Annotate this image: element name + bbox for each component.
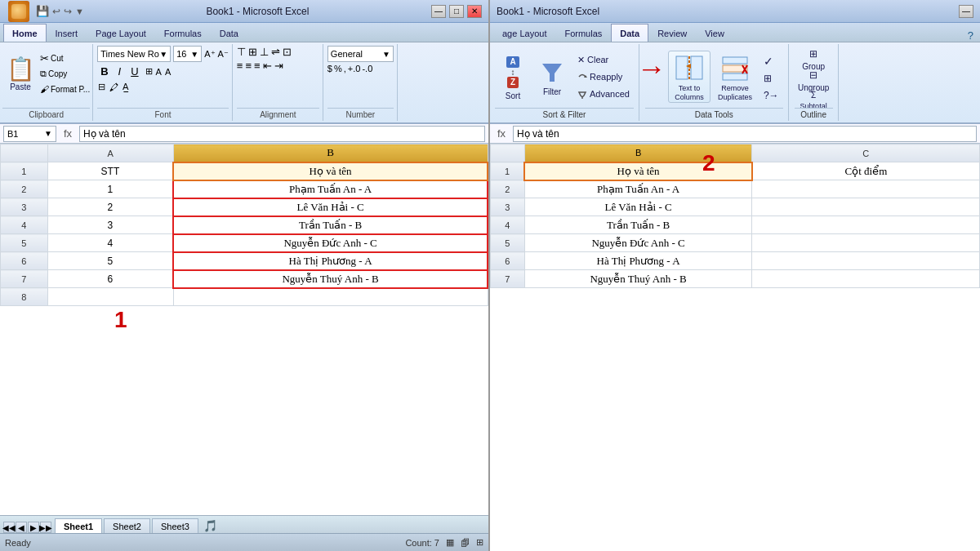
sheet-nav-next[interactable]: ▶ [28,522,39,533]
cut-button[interactable]: ✂Cut [40,51,90,65]
right-cell-c1[interactable]: Cột điểm [752,162,980,180]
cell-a4[interactable]: 3 [47,216,173,234]
percent-btn[interactable]: % [334,64,342,73]
wrap-text-btn[interactable]: ⇌ [271,46,280,58]
sheet-tab-2[interactable]: Sheet2 [104,518,150,533]
bold-button[interactable]: B [97,64,111,79]
col-header-b[interactable]: B [173,144,488,162]
row-header-1[interactable]: 1 [1,162,48,180]
right-row-header-3[interactable]: 3 [491,198,525,216]
right-tab-pagelayout[interactable]: age Layout [493,24,555,42]
cell-a8[interactable] [47,288,173,306]
underline-button[interactable]: U [127,64,141,79]
reapply-btn[interactable]: Reapply [573,69,634,85]
tab-page-layout[interactable]: Page Layout [87,24,155,42]
borders-btn[interactable]: ⊟ [97,81,106,93]
undo-quick-btn[interactable]: ↩ [52,6,60,17]
right-cell-b6[interactable]: Hà Thị Phương - A [524,252,752,270]
tab-home[interactable]: Home [3,24,47,42]
help-btn[interactable]: ? [964,29,977,42]
font-size-dec[interactable]: A⁻ [218,49,229,60]
indent-inc-btn[interactable]: ⇥ [274,60,283,72]
cell-b5[interactable]: Nguyễn Đức Anh - C [173,234,488,252]
font-color-btn2[interactable]: A̲ [122,81,130,93]
currency-btn[interactable]: $ [327,64,332,73]
remove-duplicates-button[interactable]: RemoveDuplicates [714,51,756,103]
highlight-btn[interactable]: 🖍 [109,82,119,93]
right-cell-c7[interactable] [752,270,980,288]
cell-ref-box[interactable]: B1 ▼ [3,126,56,142]
cell-b1[interactable]: Họ và tên [173,162,488,180]
cell-a5[interactable]: 4 [47,234,173,252]
save-quick-btn[interactable]: 💾 [36,5,49,17]
right-minimize-btn[interactable]: — [959,5,973,18]
col-header-a[interactable]: A [47,144,173,162]
maximize-btn[interactable]: □ [449,5,464,18]
right-cell-c6[interactable] [752,252,980,270]
right-col-header-b[interactable]: B [524,144,752,162]
indent-dec-btn[interactable]: ⇤ [263,60,272,72]
right-row-header-5[interactable]: 5 [491,234,525,252]
right-cell-c4[interactable] [752,216,980,234]
cell-a1[interactable]: STT [47,162,173,180]
right-cell-b3[interactable]: Lê Văn Hải - C [524,198,752,216]
right-row-header-7[interactable]: 7 [491,270,525,288]
clear-btn[interactable]: ✕ Clear [573,51,634,68]
italic-button[interactable]: I [115,64,125,79]
right-cell-b4[interactable]: Trần Tuấn - B [524,216,752,234]
row-header-6[interactable]: 6 [1,252,48,270]
right-cell-b1[interactable]: Họ và tên [524,162,752,180]
add-sheet-btn[interactable]: 🎵 [200,518,220,533]
font-name-selector[interactable]: Times New Ro ▼ [97,46,171,62]
redo-quick-btn[interactable]: ↪ [64,6,72,17]
sheet-nav-last[interactable]: ▶▶ [40,522,51,533]
font-size-inc[interactable]: A⁺ [204,49,215,60]
right-tab-formulas[interactable]: Formulas [555,24,611,42]
advanced-btn[interactable]: Advanced [573,86,634,102]
cell-a2[interactable]: 1 [47,180,173,198]
row-header-3[interactable]: 3 [1,198,48,216]
right-row-header-2[interactable]: 2 [491,180,525,198]
right-cell-b2[interactable]: Phạm Tuấn An - A [524,180,752,198]
row-header-2[interactable]: 2 [1,180,48,198]
right-tab-review[interactable]: Review [648,24,696,42]
right-cell-b7[interactable]: Nguyễn Thuý Anh - B [524,270,752,288]
cell-b3[interactable]: Lê Văn Hải - C [173,198,488,216]
border-button[interactable]: ⊞ [145,66,153,77]
fill-color-button[interactable]: A [156,67,162,77]
align-left-btn[interactable]: ≡ [237,60,243,72]
filter-button[interactable]: Filter [534,51,570,103]
data-validation-btn[interactable]: ✓ [760,53,783,69]
sort-button[interactable]: A ↕ Z Sort [495,51,531,103]
font-size-selector[interactable]: 16 ▼ [173,46,202,62]
sheet-nav-prev[interactable]: ◀ [16,522,27,533]
row-header-7[interactable]: 7 [1,270,48,288]
dec-inc-btn[interactable]: +.0 [348,64,361,73]
cell-b6[interactable]: Hà Thị Phương - A [173,252,488,270]
format-painter-button[interactable]: 🖌Format P... [40,82,90,96]
view-layout-icon[interactable]: 🗐 [461,538,470,548]
cell-b7[interactable]: Nguyễn Thuý Anh - B [173,270,488,288]
tab-data[interactable]: Data [211,24,247,42]
right-cell-b5[interactable]: Nguyễn Đức Anh - C [524,234,752,252]
align-middle-btn[interactable]: ⊞ [248,46,257,58]
number-format-selector[interactable]: General ▼ [327,46,394,62]
cell-b4[interactable]: Trần Tuấn - B [173,216,488,234]
comma-btn[interactable]: , [344,64,346,73]
copy-button[interactable]: ⧉Copy [40,66,90,81]
row-header-8[interactable]: 8 [1,288,48,306]
align-top-btn[interactable]: ⊤ [237,46,246,58]
minimize-btn[interactable]: — [431,5,446,18]
paste-button[interactable]: 📋 Paste [2,47,38,100]
cell-a3[interactable]: 2 [47,198,173,216]
what-if-btn[interactable]: ?→ [760,87,783,104]
align-right-btn[interactable]: ≡ [254,60,261,72]
group-btn[interactable]: ⊞Group [795,46,831,65]
view-page-break-icon[interactable]: ⊞ [476,537,483,548]
right-row-header-6[interactable]: 6 [491,252,525,270]
right-row-header-4[interactable]: 4 [491,216,525,234]
subtotal-btn[interactable]: ΣSubtotal [795,88,831,108]
right-cell-c5[interactable] [752,234,980,252]
right-tab-data[interactable]: Data [611,24,648,42]
right-col-header-c[interactable]: C [752,144,980,162]
